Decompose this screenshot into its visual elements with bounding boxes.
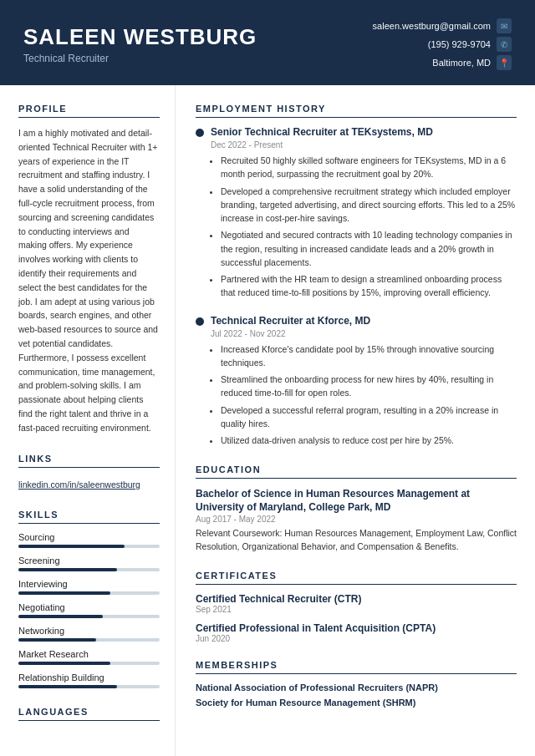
skills-list: Sourcing Screening Interviewing Negotiat…	[18, 532, 160, 688]
memberships-section-title: MEMBERSHIPS	[196, 660, 517, 674]
bullet-item: Developed a successful referral program,…	[221, 403, 517, 431]
phone-icon: ✆	[497, 37, 512, 52]
education-section: EDUCATION Bachelor of Science in Human R…	[196, 464, 517, 554]
education-section-title: EDUCATION	[196, 464, 517, 479]
employment-job: Technical Recruiter at Kforce, MD Jul 20…	[196, 315, 517, 448]
bullet-item: Negotiated and secured contracts with 10…	[221, 228, 517, 269]
bullet-item: Streamlined the onboarding process for n…	[221, 373, 517, 400]
main-content: EMPLOYMENT HISTORY Senior Technical Recr…	[176, 85, 535, 756]
job-title: Senior Technical Recruiter at TEKsystems…	[211, 126, 433, 138]
linkedin-link[interactable]: linkedin.com/in/saleenwestburg	[18, 479, 140, 490]
skills-section-title: SKILLS	[18, 510, 160, 524]
employment-section-title: EMPLOYMENT HISTORY	[196, 104, 517, 118]
skill-bar-bg	[18, 568, 160, 571]
job-bullets: Recruited 50 highly skilled software eng…	[211, 154, 517, 300]
links-section: LINKS linkedin.com/in/saleenwestburg	[18, 454, 160, 491]
bullet-item: Recruited 50 highly skilled software eng…	[221, 154, 517, 181]
cert-name: Certified Technical Recruiter (CTR)	[196, 593, 517, 605]
employment-section: EMPLOYMENT HISTORY Senior Technical Recr…	[196, 104, 517, 448]
membership-item: National Association of Professional Rec…	[196, 682, 517, 693]
certificates-section-title: CERTIFICATES	[196, 571, 517, 585]
header-contact: saleen.westburg@gmail.com ✉ (195) 929-97…	[373, 18, 512, 70]
skill-bar-fill	[18, 685, 117, 688]
bullet-item: Utilized data-driven analysis to reduce …	[221, 434, 517, 447]
skill-item: Relationship Building	[18, 672, 160, 688]
skill-bar-fill	[18, 545, 125, 548]
skill-bar-fill	[18, 591, 110, 595]
membership-item: Society for Human Resource Management (S…	[196, 698, 517, 708]
skill-item: Market Research	[18, 649, 160, 665]
skill-item: Interviewing	[18, 579, 160, 595]
skill-bar-bg	[18, 662, 160, 665]
certificate-item: Certified Professional in Talent Acquisi…	[196, 622, 517, 643]
skill-bar-fill	[18, 638, 96, 642]
profile-section: PROFILE I am a highly motivated and deta…	[18, 104, 160, 435]
skill-item: Screening	[18, 556, 160, 571]
job-title: Technical Recruiter at Kforce, MD	[211, 315, 370, 327]
memberships-list: National Association of Professional Rec…	[196, 682, 517, 708]
employment-job: Senior Technical Recruiter at TEKsystems…	[196, 126, 517, 300]
job-dates: Jul 2022 - Nov 2022	[211, 329, 517, 338]
certificates-list: Certified Technical Recruiter (CTR) Sep …	[196, 593, 517, 643]
profile-section-title: PROFILE	[18, 104, 160, 118]
skill-label: Sourcing	[18, 532, 160, 542]
cert-name: Certified Professional in Talent Acquisi…	[196, 622, 517, 634]
edu-dates: Aug 2017 - May 2022	[196, 515, 517, 524]
contact-phone: (195) 929-9704 ✆	[428, 37, 512, 52]
skill-bar-fill	[18, 615, 103, 618]
candidate-name: SALEEN WESTBURG	[23, 24, 257, 50]
header-left: SALEEN WESTBURG Technical Recruiter	[23, 24, 257, 64]
skill-label: Negotiating	[18, 602, 160, 612]
location-icon: 📍	[497, 55, 512, 70]
skill-item: Networking	[18, 626, 160, 642]
skill-bar-fill	[18, 568, 117, 571]
skill-label: Relationship Building	[18, 672, 160, 682]
skill-bar-bg	[18, 615, 160, 618]
location-text: Baltimore, MD	[432, 58, 491, 68]
phone-text: (195) 929-9704	[428, 39, 491, 49]
bullet-item: Increased Kforce's candidate pool by 15%…	[221, 342, 517, 370]
profile-text: I am a highly motivated and detail-orien…	[18, 126, 160, 435]
languages-section-title: LANGUAGES	[18, 707, 160, 721]
skill-bar-bg	[18, 685, 160, 688]
resume-page: SALEEN WESTBURG Technical Recruiter sale…	[0, 0, 535, 756]
header: SALEEN WESTBURG Technical Recruiter sale…	[0, 0, 535, 85]
employment-list: Senior Technical Recruiter at TEKsystems…	[196, 126, 517, 448]
email-text: saleen.westburg@gmail.com	[373, 21, 491, 31]
job-header: Senior Technical Recruiter at TEKsystems…	[196, 126, 517, 138]
bullet-item: Partnered with the HR team to design a s…	[221, 272, 517, 300]
contact-location: Baltimore, MD 📍	[432, 55, 512, 70]
edu-degree: Bachelor of Science in Human Resources M…	[196, 487, 517, 515]
job-bullets: Increased Kforce's candidate pool by 15%…	[211, 342, 517, 448]
candidate-title: Technical Recruiter	[23, 53, 257, 64]
job-dates: Dec 2022 - Present	[211, 140, 517, 150]
skill-label: Screening	[18, 556, 160, 566]
certificates-section: CERTIFICATES Certified Technical Recruit…	[196, 571, 517, 643]
skills-section: SKILLS Sourcing Screening Interviewing N…	[18, 510, 160, 688]
job-dot	[196, 317, 204, 326]
skill-label: Networking	[18, 626, 160, 636]
contact-email: saleen.westburg@gmail.com ✉	[373, 18, 512, 33]
skill-label: Market Research	[18, 649, 160, 659]
bullet-item: Developed a comprehensive recruitment st…	[221, 185, 517, 226]
job-header: Technical Recruiter at Kforce, MD	[196, 315, 517, 327]
skill-bar-bg	[18, 591, 160, 595]
links-section-title: LINKS	[18, 454, 160, 468]
body: PROFILE I am a highly motivated and deta…	[0, 85, 535, 756]
skill-item: Sourcing	[18, 532, 160, 548]
cert-date: Jun 2020	[196, 634, 517, 643]
edu-coursework: Relevant Coursework: Human Resources Man…	[196, 527, 517, 554]
email-icon: ✉	[497, 18, 512, 33]
skill-label: Interviewing	[18, 579, 160, 589]
certificate-item: Certified Technical Recruiter (CTR) Sep …	[196, 593, 517, 614]
sidebar: PROFILE I am a highly motivated and deta…	[0, 85, 176, 756]
education-item: Bachelor of Science in Human Resources M…	[196, 487, 517, 554]
skill-item: Negotiating	[18, 602, 160, 618]
skill-bar-fill	[18, 662, 110, 665]
cert-date: Sep 2021	[196, 605, 517, 614]
memberships-section: MEMBERSHIPS National Association of Prof…	[196, 660, 517, 708]
skill-bar-bg	[18, 638, 160, 642]
job-dot	[196, 129, 204, 137]
languages-section: LANGUAGES	[18, 707, 160, 721]
education-list: Bachelor of Science in Human Resources M…	[196, 487, 517, 554]
